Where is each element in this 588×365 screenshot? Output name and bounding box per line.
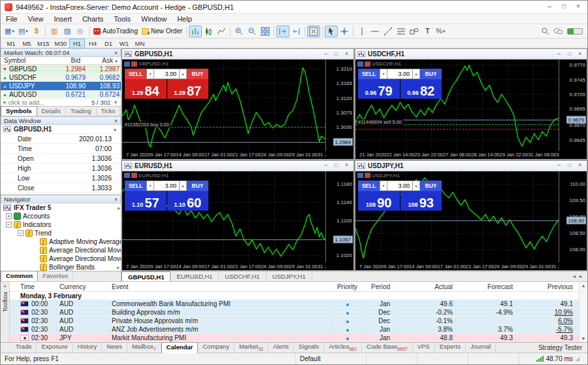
calendar-row[interactable]: 02:30 JPY Markit Manufacturing PMI Jan 4…	[10, 334, 579, 342]
minimize-button[interactable]: –	[554, 162, 564, 169]
menu-item[interactable]: View	[23, 14, 49, 24]
calendar-scrollbar[interactable]: ▲▼	[579, 282, 587, 342]
menu-item[interactable]: Window	[136, 14, 172, 24]
calendar-row[interactable]: 00:00 AUD Commonwealth Bank Manufacturin…	[10, 300, 579, 308]
navigator-item[interactable]: Indicators	[1, 220, 121, 229]
market-watch-tab[interactable]: Trading	[66, 107, 97, 116]
calendar-row[interactable]: 02:30 AUD Building Approvals m/m Dec -0.…	[10, 308, 579, 317]
menu-item[interactable]: Charts	[77, 14, 108, 24]
trendline-button[interactable]	[382, 26, 395, 37]
timeframe-button[interactable]: M15	[35, 39, 52, 48]
sell-button[interactable]: SELL	[125, 69, 146, 79]
minimize-button[interactable]: –	[554, 50, 564, 58]
sell-price[interactable]: 10890	[358, 191, 400, 211]
tree-expander-icon[interactable]	[6, 222, 12, 228]
chart-shift-button[interactable]	[289, 26, 302, 37]
one-click-header[interactable]: USDJPY,H1	[357, 173, 400, 179]
one-click-header[interactable]: GBPUSD,H1	[124, 61, 169, 67]
market-watch-tab[interactable]: Symbols	[1, 106, 37, 116]
volume-down-button[interactable]: ▼	[146, 181, 154, 191]
close-button[interactable]: ×	[342, 162, 351, 169]
market-watch-row[interactable]: AUDUSD 0.6721 0.6724	[1, 90, 121, 99]
previous-value[interactable]: 49.3	[561, 334, 573, 341]
scroll-down-icon[interactable]: ▼	[112, 100, 119, 105]
menu-item[interactable]: Help	[172, 14, 197, 24]
navigator-item[interactable]: Average Directional Movement	[1, 246, 121, 254]
volume-down-button[interactable]: ▼	[146, 69, 154, 79]
previous-value[interactable]: 49.1	[561, 300, 573, 307]
toolbox-tab[interactable]: Market33	[235, 342, 269, 354]
volume-input[interactable]: 3.00	[387, 69, 412, 79]
add-symbol-row[interactable]: + click to add... 5 / 302 ▼	[1, 99, 121, 106]
close-icon[interactable]: ×	[114, 50, 118, 56]
maximize-button[interactable]: □	[557, 2, 570, 12]
close-button[interactable]: ×	[575, 50, 585, 58]
navigator-root[interactable]: IFX Trader 5 ▲	[1, 203, 121, 212]
tab-scroll-left-icon[interactable]: ◂	[573, 273, 576, 279]
profiles-button[interactable]: ▤▾	[16, 26, 30, 37]
buy-button[interactable]: BUY	[420, 181, 442, 191]
sell-button[interactable]: SELL	[358, 181, 380, 191]
search-icon[interactable]	[541, 27, 549, 35]
chart-window-titlebar[interactable]: USDCHF,H1–□×	[355, 49, 587, 60]
chart-window-titlebar[interactable]: EURUSD,H1–□×	[122, 161, 353, 171]
previous-value[interactable]: 10.9%	[555, 309, 573, 316]
toolbox-tab[interactable]: Code Base6657	[362, 342, 413, 354]
navigator-item[interactable]: Accounts	[1, 212, 121, 220]
navigator-header[interactable]: Navigator ×	[1, 195, 121, 203]
market-watch-row[interactable]: USDJPY 108.90 108.93	[1, 82, 121, 90]
volume-input[interactable]: 3.00	[154, 181, 179, 191]
calendar-row[interactable]: 02:30 AUD Private House Approvals m/m De…	[10, 317, 579, 325]
chart-plot[interactable]: GBPUSD,H1SELL▼3.00▲BUY1.29841.2987#11352…	[122, 60, 326, 151]
line-chart-button[interactable]	[215, 26, 228, 37]
scroll-up-icon[interactable]: ▲	[113, 58, 120, 63]
menu-item[interactable]: File	[1, 14, 23, 24]
tree-expander-icon[interactable]	[6, 213, 12, 219]
volume-up-button[interactable]: ▲	[412, 69, 420, 79]
volume-up-button[interactable]: ▲	[179, 69, 187, 79]
one-click-header[interactable]: USDCHF,H1	[357, 61, 401, 67]
sell-price[interactable]: 1.1057	[125, 191, 167, 211]
buy-button[interactable]: BUY	[187, 181, 208, 191]
chart-tab[interactable]: USDCHF,H1	[219, 271, 266, 281]
market-watch-tab[interactable]: Details	[37, 107, 66, 116]
tree-expander-icon[interactable]	[18, 230, 24, 236]
chart-plot[interactable]: USDJPY,H1SELL▼3.00▲BUY1089010893	[355, 171, 559, 263]
scroll-down-icon[interactable]: ▼	[116, 266, 120, 270]
volume-up-button[interactable]: ▲	[179, 181, 187, 191]
minimize-button[interactable]: –	[321, 50, 331, 58]
chart-window-titlebar[interactable]: USDJPY,H1–□×	[355, 161, 587, 171]
bar-chart-button[interactable]	[189, 26, 202, 37]
one-click-header[interactable]: EURUSD,H1	[124, 173, 169, 179]
data-window-button[interactable]: ▥	[48, 26, 61, 37]
tile-windows-button[interactable]	[259, 26, 272, 37]
timeframe-button[interactable]: MN	[132, 39, 148, 48]
navigator-tab[interactable]: Common	[1, 271, 38, 281]
toolbox-tab[interactable]: Experts	[435, 342, 466, 354]
sell-price[interactable]: 0.9679	[358, 79, 400, 99]
volume-input[interactable]: 3.00	[154, 69, 179, 79]
toolbox-tab[interactable]: Journal	[466, 342, 496, 354]
timeframe-button[interactable]: M5	[19, 39, 35, 48]
timeframe-button[interactable]: H1	[69, 39, 85, 48]
minimize-button[interactable]: –	[321, 162, 331, 169]
toolbox-tab[interactable]: Articles661	[324, 342, 362, 354]
close-button[interactable]: ×	[575, 162, 585, 169]
indicators-button[interactable]	[307, 26, 320, 37]
horizontal-line-button[interactable]	[368, 26, 382, 37]
toolbox-tab[interactable]: VPS	[413, 342, 435, 354]
minimize-button[interactable]: –	[543, 2, 556, 12]
zoom-in-button[interactable]	[233, 26, 246, 37]
chart-plot[interactable]: EURUSD,H1SELL▼3.00▲BUY1.10571.1060	[122, 171, 326, 263]
buy-button[interactable]: BUY	[187, 69, 208, 79]
auto-scroll-button[interactable]	[276, 26, 289, 37]
zoom-out-button[interactable]	[246, 26, 259, 37]
arrows-tool-button[interactable]: %▾	[434, 26, 447, 37]
market-watch-row[interactable]: USDCHF 0.9679 0.9682	[1, 73, 121, 82]
candlestick-button[interactable]	[202, 26, 215, 37]
toolbox-tab[interactable]: Signals	[294, 342, 324, 354]
text-tool-button[interactable]: T	[421, 26, 434, 37]
navigator-button[interactable]: ▨	[61, 26, 74, 37]
strategy-tester-label[interactable]: Strategy Tester	[538, 344, 587, 351]
previous-value[interactable]: 6.0%	[558, 317, 573, 324]
